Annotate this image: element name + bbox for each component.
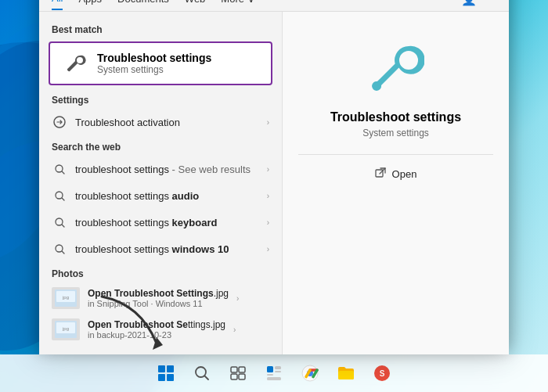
svg-text:jpg: jpg	[62, 295, 69, 300]
tab-web[interactable]: Web	[185, 0, 206, 9]
svg-rect-43	[338, 371, 354, 379]
chevron-photo-0: ›	[236, 294, 239, 303]
search-web-icon-0	[52, 161, 67, 177]
svg-rect-38	[275, 371, 281, 372]
svg-line-13	[62, 225, 64, 227]
tab-apps[interactable]: Apps	[78, 0, 102, 9]
taskbar-start[interactable]	[150, 358, 182, 389]
search-web-icon-1	[52, 188, 67, 203]
chevron-icon-1: ›	[267, 192, 269, 200]
filter-tab-extra-icons: 👤 ···	[461, 0, 496, 11]
taskbar-store[interactable]: S	[366, 358, 398, 389]
svg-rect-40	[267, 377, 281, 380]
svg-rect-29	[167, 374, 174, 381]
svg-rect-23	[376, 170, 383, 177]
taskbar-chrome[interactable]	[294, 358, 326, 389]
filter-tabs: All Apps Documents Web More ∨ 👤 ···	[39, 0, 509, 12]
svg-rect-27	[167, 365, 174, 372]
svg-text:S: S	[380, 369, 385, 378]
right-panel-icon	[365, 35, 427, 98]
best-match-subtitle: System settings	[97, 64, 211, 75]
ellipsis-icon[interactable]: ···	[486, 0, 496, 6]
circle-arrow-icon	[52, 114, 67, 130]
chevron-icon-3: ›	[267, 245, 269, 254]
taskbar: S	[0, 354, 548, 392]
settings-troubleshoot-activation[interactable]: Troubleshoot activation ›	[39, 109, 282, 135]
open-label: Open	[392, 168, 417, 180]
best-match-text: Troubleshoot settings System settings	[97, 52, 211, 75]
best-match-title: Troubleshoot settings	[97, 52, 211, 64]
tab-more[interactable]: More ∨	[221, 0, 254, 9]
tab-documents[interactable]: Documents	[117, 0, 169, 9]
svg-point-6	[68, 68, 70, 70]
wrench-icon	[63, 51, 88, 76]
chevron-photo-1: ›	[233, 325, 236, 334]
settings-section-label: Settings	[39, 88, 282, 109]
desktop-background: troubleshoot settings All Apps Documents…	[0, 0, 548, 392]
chevron-icon: ›	[267, 118, 269, 127]
open-icon	[375, 167, 386, 181]
taskbar-search[interactable]	[186, 358, 218, 389]
photo-item-0[interactable]: jpg Open Troubleshoot Settings.jpg in Sn…	[39, 282, 282, 314]
troubleshoot-activation-text: Troubleshoot activation	[75, 117, 259, 128]
svg-rect-36	[267, 366, 273, 372]
svg-rect-39	[267, 374, 273, 376]
svg-rect-37	[275, 366, 281, 369]
search-popup: troubleshoot settings All Apps Documents…	[39, 0, 509, 354]
right-panel: Troubleshoot settings System settings Op…	[282, 12, 509, 354]
svg-rect-28	[158, 374, 165, 381]
taskbar-widgets[interactable]	[258, 358, 290, 389]
best-match-label: Best match	[39, 21, 282, 38]
search-popup-container: troubleshoot settings All Apps Documents…	[39, 0, 509, 354]
web-search-item-1[interactable]: troubleshoot settings audio ›	[39, 182, 282, 209]
search-web-icon-3	[52, 241, 67, 257]
svg-line-11	[62, 198, 64, 200]
web-search-text-0: troubleshoot settings - See web results	[75, 164, 259, 175]
right-panel-subtitle: System settings	[362, 128, 429, 138]
web-section-label: Search the web	[39, 135, 282, 156]
web-search-text-2: troubleshoot settings keyboard	[75, 217, 259, 228]
svg-rect-35	[239, 374, 245, 379]
search-web-icon-2	[52, 214, 67, 230]
web-search-item-0[interactable]: troubleshoot settings - See web results …	[39, 156, 282, 182]
taskbar-explorer[interactable]	[330, 358, 362, 389]
taskbar-center: S	[150, 358, 398, 389]
open-button[interactable]: Open	[375, 167, 417, 181]
photo-text-1: Open Troubleshoot Settings.jpg in backup…	[88, 319, 225, 340]
web-search-text-3: troubleshoot settings windows 10	[75, 243, 259, 255]
tab-all[interactable]: All	[52, 0, 63, 10]
svg-point-22	[377, 81, 381, 86]
photos-section-label: Photos	[39, 262, 282, 282]
profile-icon[interactable]: 👤	[461, 0, 477, 6]
svg-line-31	[205, 376, 209, 380]
svg-rect-26	[158, 365, 165, 372]
svg-rect-34	[231, 374, 237, 379]
svg-line-9	[62, 171, 64, 174]
photo-item-1[interactable]: jpg Open Troubleshoot Settings.jpg in ba…	[39, 314, 282, 345]
taskbar-taskview[interactable]	[222, 358, 254, 389]
svg-rect-32	[231, 367, 237, 372]
svg-text:jpg: jpg	[62, 326, 69, 331]
photo-thumb-0: jpg	[52, 287, 80, 309]
left-panel: Best match Troubleshoot settings System …	[39, 12, 282, 354]
web-search-text-1: troubleshoot settings audio	[75, 190, 259, 202]
web-search-item-2[interactable]: troubleshoot settings keyboard ›	[39, 209, 282, 236]
svg-line-15	[62, 251, 64, 254]
chevron-icon-2: ›	[267, 218, 269, 227]
right-panel-title: Troubleshoot settings	[330, 110, 461, 124]
photo-text-0: Open Troubleshoot Settings.jpg in Snippi…	[88, 288, 229, 308]
main-content: Best match Troubleshoot settings System …	[39, 12, 509, 354]
photo-thumb-1: jpg	[52, 318, 80, 340]
chevron-icon-0: ›	[267, 165, 269, 174]
best-match-item[interactable]: Troubleshoot settings System settings	[49, 41, 272, 85]
svg-rect-33	[239, 367, 245, 372]
right-panel-divider	[298, 154, 493, 155]
web-search-item-3[interactable]: troubleshoot settings windows 10 ›	[39, 236, 282, 262]
